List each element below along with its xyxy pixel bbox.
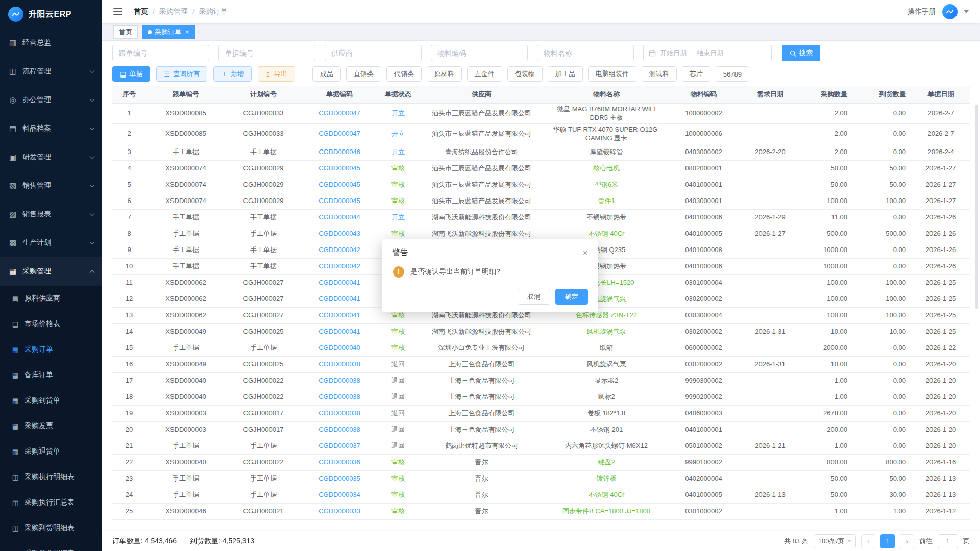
doc-code-link-text[interactable]: CGDD000042 [318,262,360,270]
date-range-picker[interactable]: 开始日期 - 结束日期 [643,45,772,61]
category-button-直销类[interactable]: 直销类 [346,66,381,82]
category-button-芯片[interactable]: 芯片 [682,66,710,82]
search-button[interactable]: 搜索 [782,45,820,61]
category-button-代销类[interactable]: 代销类 [386,66,422,82]
doc-code-link-text[interactable]: CGDD000038 [318,409,360,417]
doc-code-link-text[interactable]: CGDD000046 [318,148,360,156]
manual-link[interactable]: 操作手册 [908,7,936,16]
sidebar-item-销售报表[interactable]: ▨销售报表 [0,200,102,229]
doc-code-link[interactable]: CGDD000042 [301,242,378,258]
doc-code-link[interactable]: CGDD000040 [301,340,378,356]
doc-code-link[interactable]: CGDD000038 [301,405,378,421]
category-button-加工品[interactable]: 加工品 [548,66,583,82]
doc-code-link[interactable]: CGDD000035 [301,470,378,487]
breadcrumb-purchase-mgmt[interactable]: 采购管理 [159,7,188,16]
sidebar-subitem-市场价格表[interactable]: ▤市场价格表 [0,311,102,337]
sidebar-item-生产计划[interactable]: ▩生产计划 [0,229,102,257]
table-scrollbar[interactable] [975,105,978,309]
sidebar-subitem-采购到货单[interactable]: ▦采购到货单 [0,388,102,413]
doc-code-link-text[interactable]: CGDD000036 [318,458,360,466]
category-button-成品[interactable]: 成品 [312,66,341,82]
query-all-button[interactable]: ☰ 查询所有 [156,66,207,82]
prev-page-button[interactable]: ‹ [861,534,875,548]
doc-code-link[interactable]: CGDD000037 [301,438,378,454]
doc-code-link[interactable]: CGDD000045 [301,160,378,177]
add-button[interactable]: ＋ 新增 [213,66,252,82]
sidebar-subitem-采购发票[interactable]: ▦采购发票 [0,413,102,439]
doc-code-link[interactable]: CGDD000041 [301,307,378,323]
tab-close-icon[interactable]: × [185,29,189,35]
doc-code-link[interactable]: CGDD000047 [301,103,378,123]
doc-code-link-text[interactable]: CGDD000038 [318,377,360,384]
sidebar-item-经营总监[interactable]: ▥经营总监 [0,29,102,57]
doc-code-link[interactable]: CGDD000034 [301,487,378,503]
sidebar-item-研发管理[interactable]: ▣研发管理 [0,143,102,171]
next-page-button[interactable]: › [900,534,914,548]
page-1-button[interactable]: 1 [880,534,895,548]
cancel-button[interactable]: 取消 [518,289,550,305]
sidebar-item-料品档案[interactable]: ▤料品档案 [0,114,102,143]
sidebar-subitem-采购退货单[interactable]: ▦采购退货单 [0,439,102,464]
doc-code-link[interactable]: CGDD000041 [301,274,378,291]
doc-code-link-text[interactable]: CGDD000040 [318,344,360,352]
doc-code-link[interactable]: CGDD000045 [301,177,378,193]
sidebar-item-流程管理[interactable]: ◫流程管理 [0,57,102,86]
category-button-电脑组装件[interactable]: 电脑组装件 [588,66,636,82]
doc-code-link-text[interactable]: CGDD000041 [318,311,360,319]
doc-code-link-text[interactable]: CGDD000045 [318,164,360,172]
user-caret-icon[interactable] [964,10,969,13]
doc-code-link[interactable]: CGDD000033 [301,503,378,519]
sidebar-item-采购管理[interactable]: ▦采购管理 [0,257,102,286]
doc-code-link-text[interactable]: CGDD000041 [318,295,360,303]
doc-code-link-text[interactable]: CGDD000035 [318,474,360,482]
doc-code-link-text[interactable]: CGDD000047 [318,109,360,117]
doc-code-link[interactable]: CGDD000038 [301,389,378,405]
doc-code-link[interactable]: CGDD000038 [301,356,378,372]
doc-code-link-text[interactable]: CGDD000042 [318,246,360,254]
sidebar-subitem-原料供应商[interactable]: ▤原料供应商 [0,286,102,311]
doc-code-link-text[interactable]: CGDD000047 [318,130,360,137]
category-button-五金件[interactable]: 五金件 [467,66,502,82]
filter-input-供应商[interactable] [325,45,422,61]
doc-code-link-text[interactable]: CGDD000038 [318,425,360,433]
category-button-包装物[interactable]: 包装物 [507,66,543,82]
filter-input-物料编码[interactable] [431,45,528,61]
doc-code-link-text[interactable]: CGDD000038 [318,360,360,368]
doc-code-link[interactable]: CGDD000041 [301,323,378,340]
sidebar-subitem-采购发票明细表[interactable]: ◫采购发票明细表 [0,541,102,551]
doc-code-link[interactable]: CGDD000036 [301,454,378,470]
doc-code-link-text[interactable]: CGDD000045 [318,197,360,205]
doc-code-link[interactable]: CGDD000047 [301,123,378,144]
sidebar-subitem-采购到货明细表[interactable]: ◫采购到货明细表 [0,515,102,541]
close-icon[interactable]: × [583,248,588,257]
sidebar-subitem-采购执行明细表[interactable]: ◫采购执行明细表 [0,464,102,490]
goto-page-input[interactable] [938,534,958,548]
confirm-button[interactable]: 确定 [555,289,588,305]
doc-code-link[interactable]: CGDD000044 [301,209,378,226]
doc-code-link-text[interactable]: CGDD000043 [318,230,360,237]
category-button-56789[interactable]: 56789 [716,66,749,82]
doc-code-link-text[interactable]: CGDD000033 [318,507,360,515]
breadcrumb-home[interactable]: 首页 [134,7,148,16]
sidebar-item-办公管理[interactable]: ◎办公管理 [0,86,102,114]
doc-code-link[interactable]: CGDD000038 [301,372,378,389]
doc-code-link[interactable]: CGDD000038 [301,421,378,438]
export-button[interactable]: ↥ 导出 [258,66,295,82]
avatar[interactable] [942,4,958,19]
page-size-select[interactable]: 100条/页 [814,534,856,548]
document-button[interactable]: ▤ 单据 [112,66,150,82]
category-button-原材料[interactable]: 原材料 [427,66,462,82]
doc-code-link[interactable]: CGDD000046 [301,144,378,160]
sidebar-subitem-采购执行汇总表[interactable]: ◫采购执行汇总表 [0,490,102,515]
filter-input-跟单编号[interactable] [112,45,209,61]
sidebar-item-销售管理[interactable]: ▧销售管理 [0,171,102,200]
sidebar-subitem-备库订单[interactable]: ▦备库订单 [0,362,102,388]
collapse-menu-icon[interactable] [113,8,122,15]
doc-code-link[interactable]: CGDD000045 [301,193,378,209]
sidebar-subitem-采购订单[interactable]: ▦采购订单 [0,337,102,362]
doc-code-link[interactable]: CGDD000043 [301,226,378,242]
tab-采购订单[interactable]: 采购订单× [142,25,195,39]
doc-code-link-text[interactable]: CGDD000041 [318,328,360,335]
doc-code-link-text[interactable]: CGDD000044 [318,213,360,221]
filter-input-物料名称[interactable] [537,45,634,61]
